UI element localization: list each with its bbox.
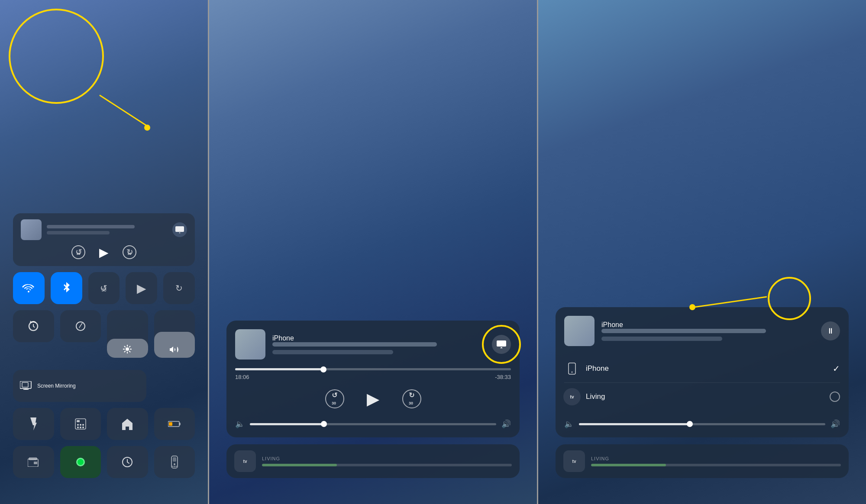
forward-button-2[interactable]: ↻ <box>163 272 195 304</box>
svg-point-29 <box>174 463 175 465</box>
rewind-30[interactable]: ↺30 <box>325 389 344 408</box>
controls-grid <box>13 310 195 364</box>
clock-button[interactable] <box>107 446 148 478</box>
living-info-3: LIVING <box>591 456 841 466</box>
expanded-media-card: iPhone <box>226 321 520 437</box>
airplay-button[interactable] <box>492 335 511 354</box>
ap-volume-thumb <box>687 421 693 427</box>
do-not-disturb[interactable] <box>60 310 101 342</box>
media-top-row <box>21 219 187 240</box>
svg-line-6 <box>124 346 126 347</box>
svg-rect-28 <box>173 457 176 462</box>
media-title <box>47 225 135 228</box>
volume-slider-small[interactable] <box>154 310 195 358</box>
iphone-device-name: iPhone <box>586 364 833 373</box>
appletv-icon: tv <box>234 450 256 472</box>
play-pause-center[interactable]: ▶ <box>362 387 385 411</box>
ap-info: iPhone <box>601 321 821 341</box>
svg-rect-13 <box>77 420 80 422</box>
wallet-button[interactable] <box>13 446 54 478</box>
radio-button-unselected[interactable] <box>830 392 840 402</box>
ap-artwork <box>564 316 595 346</box>
mp-title <box>272 342 437 347</box>
remote-button[interactable] <box>154 446 195 478</box>
living-info: LIVING <box>262 456 512 466</box>
svg-point-32 <box>175 466 177 467</box>
living-card: tv LIVING <box>226 444 520 478</box>
volume-low-icon: 🔈 <box>235 419 245 429</box>
svg-rect-22 <box>169 422 172 426</box>
living-progress-3 <box>591 464 841 466</box>
svg-point-18 <box>80 427 81 428</box>
battery-button[interactable] <box>154 408 195 440</box>
svg-line-8 <box>129 346 131 347</box>
svg-rect-21 <box>179 423 181 425</box>
rotation-lock[interactable] <box>13 310 54 342</box>
rewind-30-button[interactable]: ↺ 30 <box>71 244 86 260</box>
media-controls: ↺ 30 ▶ ↻ 30 <box>21 244 187 260</box>
svg-point-36 <box>572 372 573 373</box>
svg-point-14 <box>77 424 79 426</box>
screen-record-button[interactable] <box>60 446 101 478</box>
device-name-label: iPhone <box>272 334 492 342</box>
volume-bar[interactable] <box>250 423 496 425</box>
panel-1: ↺ 30 ▶ ↻ 30 <box>0 0 208 504</box>
play-pause-button[interactable]: ⏸ <box>821 321 840 340</box>
time-remaining: -38:33 <box>495 374 511 380</box>
living-progress <box>262 464 512 466</box>
svg-point-1 <box>126 347 129 351</box>
play-button[interactable]: ▶ <box>99 245 109 260</box>
appletv-icon-bg: tv <box>563 388 581 405</box>
ap-volume-row: 🔈 🔊 <box>564 419 840 429</box>
living-device-name: Living <box>586 392 830 401</box>
svg-rect-24 <box>29 458 37 460</box>
calculator-button[interactable] <box>60 408 101 440</box>
mp-header: iPhone <box>235 329 511 360</box>
panel3-content: iPhone ⏸ iPhone ✓ <box>556 307 849 478</box>
second-row: Screen Mirroring <box>13 370 195 402</box>
ap-volume-bar[interactable] <box>579 423 825 425</box>
home-button[interactable] <box>107 408 148 440</box>
ap-device-name: iPhone <box>601 321 821 329</box>
panel-3: iPhone ⏸ iPhone ✓ <box>538 0 866 504</box>
control-center: ↺ 30 ▶ ↻ 30 <box>13 213 195 478</box>
wifi-toggle[interactable] <box>13 272 45 304</box>
ap-volume-low-icon: 🔈 <box>564 419 574 429</box>
volume-row: 🔈 🔊 <box>235 419 511 429</box>
device-item-iphone[interactable]: iPhone ✓ <box>564 355 840 383</box>
device-item-living[interactable]: tv Living <box>564 383 840 411</box>
play-button-2[interactable]: ▶ <box>126 272 157 304</box>
time-elapsed: 18:06 <box>235 374 249 380</box>
volume-thumb <box>321 421 327 427</box>
svg-point-15 <box>80 424 81 426</box>
airplay-selection-card: iPhone ⏸ iPhone ✓ <box>556 307 849 437</box>
progress-fill <box>235 368 323 370</box>
forward-30-button[interactable]: ↻ 30 <box>122 244 137 260</box>
svg-point-31 <box>174 466 175 467</box>
brightness-slider[interactable] <box>107 310 148 358</box>
forward-30[interactable]: ↻30 <box>402 389 421 408</box>
mp-subtitle <box>272 350 393 354</box>
rewind-button-2[interactable]: ↺30 <box>88 272 120 304</box>
svg-point-17 <box>77 427 79 428</box>
living-progress-fill-3 <box>591 464 666 466</box>
appletv-device-icon: tv <box>564 389 580 404</box>
media-player-card: ↺ 30 ▶ ↻ 30 <box>13 213 195 266</box>
ap-subtitle <box>601 337 722 341</box>
progress-section: 18:06 -38:33 <box>235 368 511 380</box>
svg-point-16 <box>82 424 84 426</box>
playback-controls: ↺30 ▶ ↻30 <box>235 387 511 411</box>
flashlight-button[interactable] <box>13 408 54 440</box>
media-artwork <box>21 219 42 240</box>
screen-mirroring[interactable]: Screen Mirroring <box>13 370 146 402</box>
svg-line-9 <box>124 351 126 352</box>
ap-title <box>601 329 766 333</box>
volume-fill <box>250 423 324 425</box>
device-list: iPhone ✓ tv Living <box>564 355 840 411</box>
svg-point-19 <box>82 427 84 428</box>
bluetooth-toggle[interactable] <box>51 272 82 304</box>
progress-bar[interactable] <box>235 368 511 370</box>
mp-info: iPhone <box>272 334 492 354</box>
airplay-button-small[interactable] <box>172 222 187 237</box>
appletv-icon-3: tv <box>563 450 585 472</box>
